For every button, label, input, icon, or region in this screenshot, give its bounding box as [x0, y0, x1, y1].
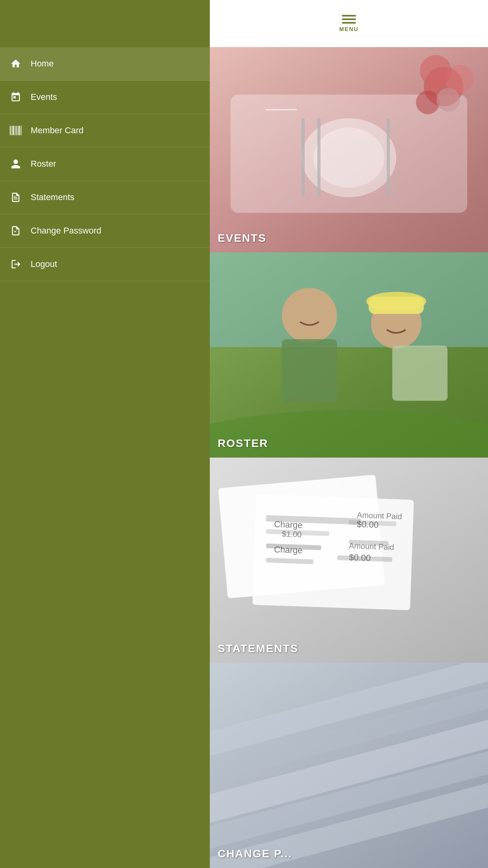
- events-tile-bg: [210, 47, 488, 252]
- events-tile-label: EVENTS: [218, 232, 266, 245]
- svg-rect-4: [16, 126, 17, 135]
- svg-rect-25: [210, 252, 488, 347]
- member-card-label: Member Card: [31, 125, 83, 136]
- sidebar-item-home[interactable]: Home: [0, 47, 210, 81]
- sidebar-item-logout[interactable]: Logout: [0, 248, 210, 281]
- home-icon: [8, 56, 24, 72]
- sidebar-item-events[interactable]: Events: [0, 81, 210, 114]
- sidebar-header: [0, 0, 210, 47]
- svg-text:Charge: Charge: [274, 519, 303, 530]
- sidebar-navigation: Home Events: [0, 47, 210, 281]
- person-icon: [8, 156, 24, 172]
- svg-point-16: [314, 128, 385, 188]
- sidebar-item-roster[interactable]: Roster: [0, 147, 210, 181]
- menu-line-2: [342, 18, 356, 20]
- svg-rect-1: [11, 126, 12, 135]
- roster-tile-label: ROSTER: [218, 437, 268, 450]
- svg-text:$0.00: $0.00: [349, 552, 371, 563]
- content-area: MENU: [210, 0, 488, 868]
- logout-icon: [8, 256, 24, 272]
- svg-rect-10: [14, 199, 17, 200]
- svg-rect-9: [14, 197, 17, 198]
- svg-rect-17: [302, 118, 305, 197]
- svg-rect-5: [17, 126, 18, 135]
- tile-change-password[interactable]: CHANGE P...: [210, 663, 488, 868]
- svg-rect-19: [387, 118, 390, 197]
- svg-text:Amount Paid: Amount Paid: [357, 511, 402, 521]
- roster-tile-bg: [210, 252, 488, 458]
- svg-rect-2: [13, 126, 14, 135]
- svg-text:Charge: Charge: [274, 544, 303, 555]
- svg-rect-6: [18, 126, 20, 135]
- svg-rect-7: [20, 126, 21, 135]
- statements-label: Statements: [31, 192, 74, 202]
- svg-text:$0.00: $0.00: [357, 519, 379, 530]
- sidebar-item-member-card[interactable]: Member Card: [0, 114, 210, 147]
- svg-point-26: [210, 410, 488, 458]
- statements-icon: [8, 189, 24, 205]
- roster-label: Roster: [31, 159, 56, 169]
- tile-statements[interactable]: Charge $0.00 Amount Paid Charge $1.00 Am…: [210, 458, 488, 663]
- menu-label: MENU: [339, 26, 358, 32]
- menu-line-3: [342, 22, 356, 24]
- sidebar-item-statements[interactable]: Statements: [0, 181, 210, 214]
- content-header: MENU: [210, 0, 488, 47]
- svg-text:$1.00: $1.00: [282, 530, 302, 539]
- menu-lines-icon: [342, 15, 356, 24]
- sidebar: Home Events: [0, 0, 210, 868]
- statements-tile-label: STATEMENTS: [218, 642, 299, 655]
- svg-rect-11: [14, 196, 16, 197]
- tile-roster[interactable]: ROSTER: [210, 252, 488, 458]
- document-icon: [8, 223, 24, 239]
- menu-button[interactable]: MENU: [339, 15, 358, 32]
- app-container: Home Events: [0, 0, 488, 868]
- svg-point-23: [420, 55, 451, 86]
- svg-rect-8: [21, 126, 22, 135]
- svg-rect-28: [282, 339, 337, 403]
- menu-line-1: [342, 15, 356, 17]
- statements-tile-bg: Charge $0.00 Amount Paid Charge $1.00 Am…: [210, 458, 488, 663]
- svg-text:Amount Paid: Amount Paid: [349, 541, 394, 552]
- sidebar-item-change-password[interactable]: Change Password: [0, 214, 210, 248]
- tile-events[interactable]: EVENTS: [210, 47, 488, 252]
- home-label: Home: [31, 59, 54, 69]
- svg-point-22: [416, 90, 440, 114]
- calendar-icon: [8, 89, 24, 105]
- svg-rect-32: [392, 346, 448, 401]
- svg-point-27: [282, 288, 337, 343]
- change-password-tile-bg: [210, 663, 488, 868]
- svg-rect-18: [317, 118, 321, 197]
- change-password-label: Change Password: [31, 226, 101, 236]
- svg-rect-3: [15, 126, 15, 135]
- change-password-tile-label: CHANGE P...: [218, 848, 292, 860]
- events-label: Events: [31, 92, 57, 102]
- logout-label: Logout: [31, 259, 57, 269]
- svg-rect-0: [10, 126, 11, 135]
- svg-rect-31: [369, 296, 424, 314]
- barcode-icon: [8, 123, 24, 138]
